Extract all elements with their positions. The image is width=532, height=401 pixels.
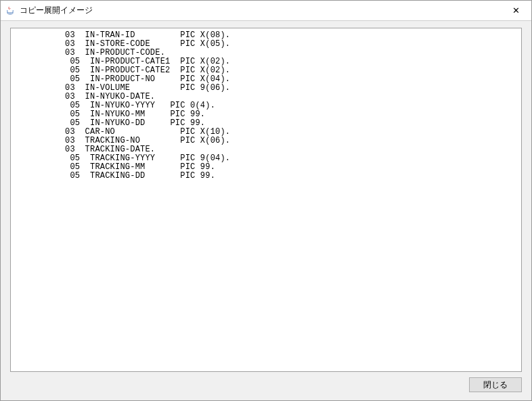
content-area: 03 IN-TRAN-ID PIC X(08). 03 IN-STORE-COD… bbox=[1, 21, 531, 400]
window-title: コピー展開イメージ bbox=[20, 5, 501, 16]
close-icon: ✕ bbox=[512, 5, 520, 16]
code-preview-panel[interactable]: 03 IN-TRAN-ID PIC X(08). 03 IN-STORE-COD… bbox=[10, 28, 522, 372]
close-button[interactable]: 閉じる bbox=[469, 377, 522, 392]
window-titlebar: コピー展開イメージ ✕ bbox=[1, 1, 531, 21]
window-close-button[interactable]: ✕ bbox=[501, 1, 531, 20]
code-text: 03 IN-TRAN-ID PIC X(08). 03 IN-STORE-COD… bbox=[15, 31, 517, 181]
button-row: 閉じる bbox=[10, 372, 522, 395]
java-app-icon bbox=[5, 5, 16, 16]
